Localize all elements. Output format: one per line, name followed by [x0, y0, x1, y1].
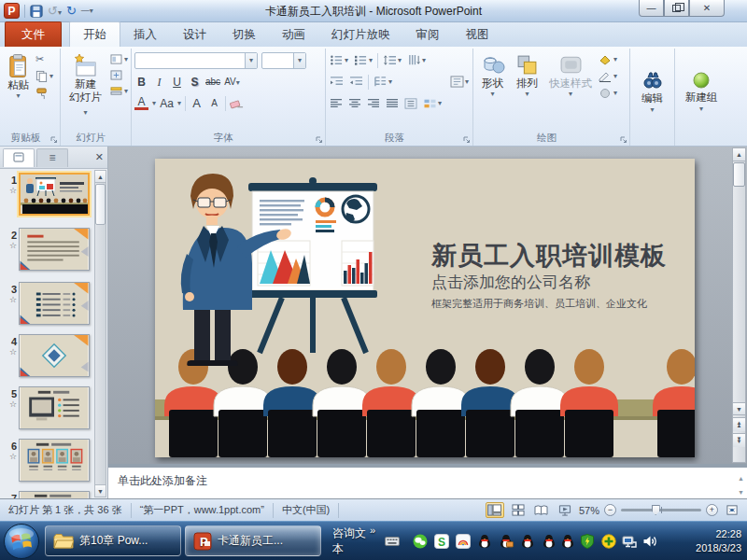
- tab-animations[interactable]: 动画: [269, 22, 318, 47]
- grow-font-button[interactable]: A: [190, 97, 204, 109]
- align-left-button[interactable]: [329, 97, 344, 110]
- tab-design[interactable]: 设计: [170, 22, 219, 47]
- slide-thumbnail-2[interactable]: 2☆: [2, 228, 90, 271]
- taskbar-clock[interactable]: 22:28 2018/3/23: [696, 527, 741, 555]
- browser-tray-icon[interactable]: [456, 534, 471, 549]
- qq-tray-icon-5[interactable]: [560, 534, 575, 549]
- outline-pane-tab[interactable]: ≡: [36, 148, 68, 167]
- slide-thumbnail-3[interactable]: 3☆: [2, 282, 90, 325]
- normal-view-button[interactable]: [486, 502, 504, 518]
- scroll-up-arrow[interactable]: ▲: [95, 171, 106, 183]
- language-keyboard-icon[interactable]: [385, 534, 400, 549]
- bullets-button[interactable]: ▾: [329, 53, 349, 67]
- sogou-tray-icon[interactable]: S: [434, 534, 449, 549]
- shape-outline-button[interactable]: ▾: [599, 71, 617, 82]
- wechat-tray-icon[interactable]: [413, 534, 428, 549]
- fit-to-window-button[interactable]: [723, 502, 741, 518]
- layout-button[interactable]: ▾: [110, 54, 128, 64]
- font-dialog-launcher[interactable]: [316, 136, 323, 144]
- text-shadow-button[interactable]: S: [188, 77, 202, 88]
- change-case-button[interactable]: Aa: [160, 98, 174, 109]
- scrollbar-thumb[interactable]: [95, 184, 106, 225]
- text-direction-button[interactable]: ▾: [406, 53, 427, 67]
- start-button[interactable]: [3, 523, 40, 560]
- slide-sorter-view-button[interactable]: [509, 502, 528, 518]
- slides-pane-tab[interactable]: [3, 148, 35, 167]
- distribute-button[interactable]: [403, 97, 418, 110]
- reset-button[interactable]: [110, 70, 128, 80]
- volume-tray-icon[interactable]: [642, 534, 657, 549]
- slide-thumbnail-5[interactable]: 5☆: [2, 386, 90, 429]
- slide-title[interactable]: 新员工入职培训模板: [431, 239, 667, 273]
- section-button[interactable]: ▾: [110, 86, 128, 96]
- align-center-button[interactable]: [347, 97, 362, 110]
- tab-review[interactable]: 审阅: [403, 22, 453, 47]
- notes-pane[interactable]: 单击此处添加备注 ▲ ▼: [108, 464, 747, 498]
- columns-button[interactable]: ▾: [373, 75, 393, 89]
- new-group-button[interactable]: 新建组▾: [682, 67, 722, 113]
- close-pane-button[interactable]: ✕: [95, 151, 104, 163]
- scroll-down-arrow[interactable]: ▼: [733, 402, 745, 415]
- taskbar-button-folder[interactable]: 第10章 Pow...: [45, 525, 181, 556]
- shrink-font-button[interactable]: A: [207, 99, 221, 108]
- vertical-scrollbar[interactable]: ▲ ▼ ▲▲ ▼▼: [732, 147, 746, 463]
- zoom-percent[interactable]: 57%: [579, 505, 599, 516]
- zoom-slider[interactable]: [621, 509, 701, 511]
- redo-button[interactable]: ↻: [66, 5, 77, 17]
- font-size-combo[interactable]: ▾: [261, 52, 306, 69]
- notes-scroll-down[interactable]: ▼: [738, 489, 744, 496]
- notes-placeholder[interactable]: 单击此处添加备注: [118, 474, 207, 487]
- arrange-button[interactable]: 排列▾: [512, 50, 543, 131]
- scroll-down-arrow[interactable]: ▼: [95, 484, 106, 497]
- justify-button[interactable]: [385, 97, 400, 110]
- taskbar-button-powerpoint[interactable]: P 卡通新员工...: [185, 525, 321, 556]
- scrollbar-thumb[interactable]: [733, 162, 745, 187]
- restore-button[interactable]: [664, 0, 689, 17]
- underline-button[interactable]: U: [170, 77, 184, 88]
- slide-tagline[interactable]: 框架完整适用于商务培训、员工培训、企业文化: [431, 297, 647, 311]
- decrease-indent-button[interactable]: [329, 75, 345, 89]
- minimize-button[interactable]: —: [639, 0, 664, 17]
- antivirus-shield-tray-icon[interactable]: [580, 534, 595, 549]
- numbering-button[interactable]: ▾: [353, 53, 374, 67]
- tab-file[interactable]: 文件: [5, 21, 62, 47]
- format-painter-button[interactable]: [35, 88, 53, 100]
- reading-view-button[interactable]: [532, 502, 551, 518]
- align-right-button[interactable]: [366, 97, 381, 110]
- network-tray-icon[interactable]: [622, 534, 637, 549]
- customize-qat-button[interactable]: —▾: [81, 7, 93, 15]
- bold-button[interactable]: B: [134, 77, 148, 88]
- zoom-out-button[interactable]: −: [604, 504, 616, 516]
- text-box-options-button[interactable]: ▾: [449, 75, 470, 89]
- qq-tray-icon-3[interactable]: [520, 534, 535, 549]
- new-slide-button[interactable]: 新建 幻灯片 ▾: [63, 50, 107, 131]
- character-spacing-button[interactable]: AV▾: [224, 77, 240, 87]
- security-plus-tray-icon[interactable]: [601, 534, 616, 549]
- qq-tray-icon-1[interactable]: [477, 534, 492, 549]
- zoom-in-button[interactable]: +: [706, 504, 718, 516]
- qq-tray-icon-4[interactable]: [542, 534, 557, 549]
- close-button[interactable]: ✕: [689, 0, 725, 17]
- tab-view[interactable]: 视图: [453, 22, 502, 47]
- tab-slideshow[interactable]: 幻灯片放映: [318, 22, 403, 47]
- undo-button[interactable]: ↺▾: [48, 5, 62, 17]
- shapes-button[interactable]: 形状▾: [476, 50, 509, 131]
- slide-thumbnail-1[interactable]: 1☆: [2, 173, 90, 216]
- language-indicator[interactable]: 中文(中国): [274, 503, 339, 518]
- convert-smartart-button[interactable]: ▾: [422, 97, 443, 110]
- sidebar-scrollbar[interactable]: ▲ ▼: [94, 170, 106, 497]
- tab-transitions[interactable]: 切换: [219, 22, 269, 47]
- tab-home[interactable]: 开始: [69, 21, 120, 47]
- paste-button[interactable]: 粘贴▾: [4, 50, 33, 131]
- line-spacing-button[interactable]: ▾: [382, 53, 402, 67]
- shape-fill-button[interactable]: ▾: [599, 54, 617, 65]
- slide[interactable]: 新员工入职培训模板 点击添加您的公司名称 框架完整适用于商务培训、员工培训、企业…: [155, 159, 695, 457]
- drawing-dialog-launcher[interactable]: [620, 136, 627, 144]
- slide-thumbnail-7[interactable]: 7☆: [2, 491, 90, 498]
- cut-button[interactable]: ✂: [35, 54, 53, 64]
- zoom-slider-thumb[interactable]: [652, 505, 660, 515]
- notes-scroll-up[interactable]: ▲: [738, 475, 744, 482]
- tab-insert[interactable]: 插入: [120, 22, 170, 47]
- toolbar-chevron[interactable]: »: [370, 525, 375, 536]
- font-color-button[interactable]: A: [134, 96, 148, 110]
